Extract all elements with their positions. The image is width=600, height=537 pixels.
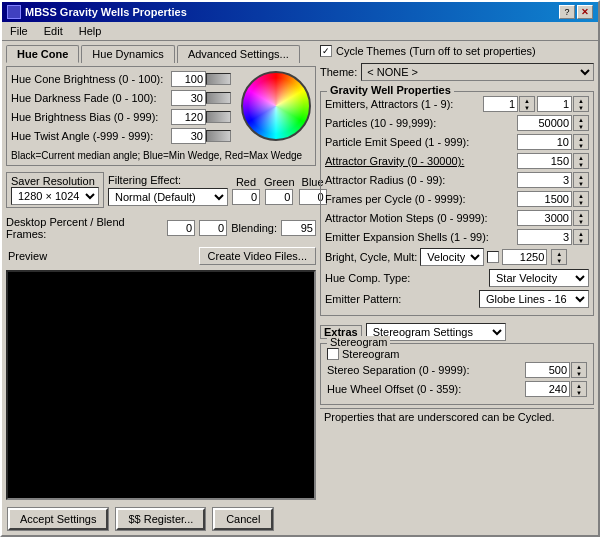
help-button[interactable]: ? <box>559 5 575 19</box>
hue-label-1: Hue Darkness Fade (0 - 100): <box>11 92 171 104</box>
bright-value[interactable] <box>502 249 547 265</box>
color-green-group: Green <box>264 176 295 205</box>
prop-value-0b[interactable] <box>537 96 572 112</box>
hue-sliders: Hue Cone Brightness (0 - 100): Hue Darkn… <box>11 71 237 147</box>
menu-bar: File Edit Help <box>2 22 598 41</box>
hue-comp-label: Hue Comp. Type: <box>325 272 489 284</box>
prop-value-2[interactable] <box>517 134 572 150</box>
hue-row-2: Hue Brightness Bias (0 - 999): <box>11 109 237 125</box>
bright-dropdown[interactable]: Velocity <box>420 248 484 266</box>
red-input[interactable] <box>232 189 260 205</box>
stereo-group: Stereogram Stereogram Stereo Separation … <box>320 343 594 405</box>
bottom-buttons: Accept Settings $$ Register... Cancel <box>6 504 316 534</box>
blend-row: Desktop Percent / Blend Frames: Blending… <box>6 214 316 242</box>
prop-spinner-5[interactable]: ▲▼ <box>573 191 589 207</box>
color-wheel <box>241 71 311 141</box>
stereo-enable-row: Stereogram <box>327 348 587 360</box>
prop-row-5: Frames per Cycle (0 - 9999): ▲▼ <box>325 191 589 207</box>
stereo-checkbox[interactable] <box>327 348 339 360</box>
prop-value-4[interactable] <box>517 172 572 188</box>
accept-settings-button[interactable]: Accept Settings <box>8 508 108 530</box>
resolution-select[interactable]: 1280 × 1024 <box>11 187 99 205</box>
hue-value-1[interactable] <box>171 90 206 106</box>
filtering-group: Filtering Effect: Normal (Default) <box>108 174 228 206</box>
bright-spinner[interactable]: ▲▼ <box>551 249 567 265</box>
hue-slider-1[interactable] <box>206 92 231 104</box>
hue-row-1: Hue Darkness Fade (0 - 100): <box>11 90 237 106</box>
prop-value-6[interactable] <box>517 210 572 226</box>
tab-advanced-settings[interactable]: Advanced Settings... <box>177 45 300 63</box>
stereo-sep-spinner[interactable]: ▲▼ <box>571 362 587 378</box>
cancel-button[interactable]: Cancel <box>213 508 273 530</box>
blending-input[interactable] <box>281 220 316 236</box>
hue-slider-2[interactable] <box>206 111 231 123</box>
prop-label-7: Emitter Expansion Shells (1 - 99): <box>325 231 517 243</box>
prop-row-0: Emitters, Attractors (1 - 9): ▲▼ ▲▼ <box>325 96 589 112</box>
tab-hue-cone[interactable]: Hue Cone <box>6 45 79 63</box>
stereo-sep-label: Stereo Separation (0 - 9999): <box>327 364 525 376</box>
prop-value-3[interactable] <box>517 153 572 169</box>
emitter-pattern-label: Emitter Pattern: <box>325 293 479 305</box>
prop-spinner-3[interactable]: ▲▼ <box>573 153 589 169</box>
title-bar: MBSS Gravity Wells Properties ? ✕ <box>2 2 598 22</box>
status-text: Properties that are underscored can be C… <box>324 411 555 423</box>
prop-label-5: Frames per Cycle (0 - 9999): <box>325 193 517 205</box>
desktop-label: Desktop Percent / Blend Frames: <box>6 216 163 240</box>
cycle-themes-row: ✓ Cycle Themes (Turn off to set properti… <box>320 45 594 57</box>
hue-wheel-spinner[interactable]: ▲▼ <box>571 381 587 397</box>
bright-label: Bright, Cycle, Mult: <box>325 251 417 263</box>
green-input[interactable] <box>265 189 293 205</box>
hue-slider-0[interactable] <box>206 73 231 85</box>
prop-spinner-2[interactable]: ▲▼ <box>573 134 589 150</box>
stereo-sep-input[interactable] <box>525 362 570 378</box>
prop-spinner-0b[interactable]: ▲▼ <box>573 96 589 112</box>
emitter-pattern-select[interactable]: Globe Lines - 16 <box>479 290 589 308</box>
theme-select[interactable]: < NONE > <box>361 63 594 81</box>
prop-spinner-1[interactable]: ▲▼ <box>573 115 589 131</box>
bright-checkbox[interactable] <box>487 251 499 263</box>
prop-row-6: Attractor Motion Steps (0 - 9999): ▲▼ <box>325 210 589 226</box>
tab-hue-dynamics[interactable]: Hue Dynamics <box>81 45 175 63</box>
hue-value-0[interactable] <box>171 71 206 87</box>
title-bar-left: MBSS Gravity Wells Properties <box>7 5 187 19</box>
desktop-percent-input[interactable] <box>167 220 195 236</box>
emitter-pattern-row: Emitter Pattern: Globe Lines - 16 <box>325 290 589 308</box>
prop-value-5[interactable] <box>517 191 572 207</box>
prop-spinner-0[interactable]: ▲▼ <box>519 96 535 112</box>
prop-value-1[interactable] <box>517 115 572 131</box>
hue-value-2[interactable] <box>171 109 206 125</box>
prop-spinner-6[interactable]: ▲▼ <box>573 210 589 226</box>
hue-wheel-row: Hue Wheel Offset (0 - 359): ▲▼ <box>327 381 587 397</box>
preview-header: Preview Create Video Files... <box>6 246 316 266</box>
prop-value-0[interactable] <box>483 96 518 112</box>
gravity-well-props: Gravity Well Properties Emitters, Attrac… <box>320 91 594 316</box>
hue-comp-select[interactable]: Star Velocity <box>489 269 589 287</box>
filtering-select[interactable]: Normal (Default) <box>108 188 228 206</box>
prop-label-4: Attractor Radius (0 - 99): <box>325 174 517 186</box>
resolution-label: Saver Resolution <box>11 175 95 187</box>
menu-edit[interactable]: Edit <box>40 24 67 38</box>
main-content: Hue Cone Hue Dynamics Advanced Settings.… <box>2 41 598 537</box>
prop-label-6: Attractor Motion Steps (0 - 9999): <box>325 212 517 224</box>
hue-label-0: Hue Cone Brightness (0 - 100): <box>11 73 171 85</box>
cycle-themes-checkbox[interactable]: ✓ <box>320 45 332 57</box>
gw-props-title: Gravity Well Properties <box>327 84 454 96</box>
close-button[interactable]: ✕ <box>577 5 593 19</box>
blend-frames-input[interactable] <box>199 220 227 236</box>
stereo-title: Stereogram <box>327 336 390 348</box>
prop-spinner-4[interactable]: ▲▼ <box>573 172 589 188</box>
tab-strip: Hue Cone Hue Dynamics Advanced Settings.… <box>6 45 316 63</box>
create-video-button[interactable]: Create Video Files... <box>199 247 316 265</box>
prop-label-2: Particle Emit Speed (1 - 999): <box>325 136 517 148</box>
register-button[interactable]: $$ Register... <box>116 508 205 530</box>
menu-file[interactable]: File <box>6 24 32 38</box>
prop-spinner-7[interactable]: ▲▼ <box>573 229 589 245</box>
status-bar: Properties that are underscored can be C… <box>320 408 594 425</box>
stereo-text: Stereogram <box>342 348 399 360</box>
hue-wheel-input[interactable] <box>525 381 570 397</box>
menu-help[interactable]: Help <box>75 24 106 38</box>
prop-value-7[interactable] <box>517 229 572 245</box>
hue-slider-3[interactable] <box>206 130 231 142</box>
main-window: MBSS Gravity Wells Properties ? ✕ File E… <box>0 0 600 537</box>
hue-value-3[interactable] <box>171 128 206 144</box>
